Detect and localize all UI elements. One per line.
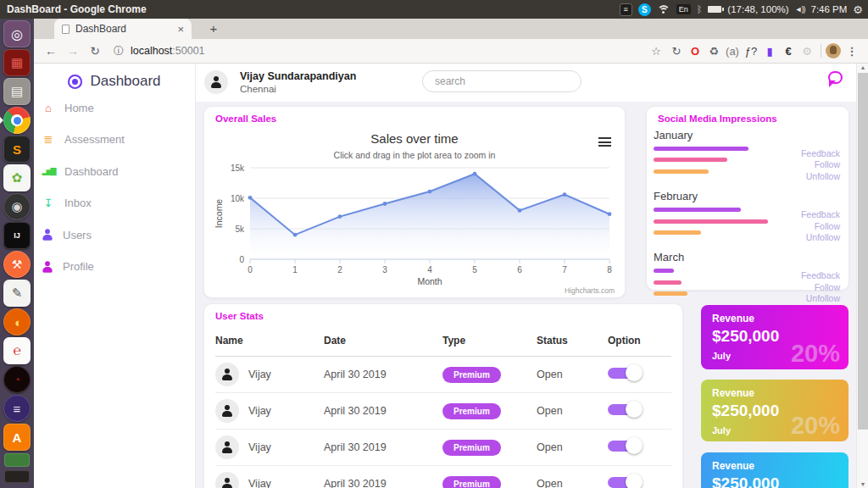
revenue-label: Revenue (712, 313, 837, 324)
dark-orb-icon[interactable]: ◔ (3, 366, 31, 393)
brand-logo-icon (68, 75, 82, 89)
sidebar-item-label: Assessment (64, 133, 125, 146)
firefox-icon[interactable]: ◖ (3, 308, 31, 336)
app-sidebar: Dashboard ⌂Home≣Assessment▂▅▇Dashboard↧I… (34, 64, 196, 488)
chart-menu-icon[interactable] (598, 137, 611, 149)
svg-text:0: 0 (239, 255, 244, 264)
browser-tab[interactable]: DashBoard × (54, 19, 192, 39)
running-indicator (0, 117, 7, 124)
ext-red-circle-icon[interactable]: O (686, 45, 704, 58)
postman-icon[interactable]: ⚒ (3, 251, 31, 278)
workspace-red-icon-glyph: ▦ (11, 55, 23, 70)
ext-sync-icon[interactable]: ↻ (667, 45, 686, 58)
new-tab-button[interactable]: + (203, 21, 224, 36)
sidebar-item-home[interactable]: ⌂Home (42, 99, 94, 116)
forward-button[interactable]: → (63, 44, 83, 58)
sidebar-item-assessment[interactable]: ≣Assessment (42, 131, 125, 148)
svg-text:6: 6 (517, 265, 522, 274)
eclipse-icon[interactable]: ≡ (3, 395, 31, 422)
sidebar-item-profile[interactable]: Profile (42, 258, 94, 275)
column-header-date: Date (324, 335, 442, 347)
address-bar[interactable]: ⓘ localhost:50001 (114, 44, 205, 58)
revenue-percent: 20% (791, 412, 840, 440)
legend-label: Unfollow (787, 293, 840, 304)
tab-strip: DashBoard × + (34, 19, 868, 39)
e-signature-icon-glyph: ℮ (13, 343, 21, 358)
revenue-label: Revenue (712, 387, 837, 399)
postgres-elephant-icon[interactable]: ◉ (3, 193, 31, 220)
skype-icon[interactable]: S (638, 3, 651, 16)
mini-green-icon[interactable] (4, 453, 30, 467)
intellij-icon[interactable]: IJ (3, 222, 31, 249)
sidebar-item-inbox[interactable]: ↧Inbox (42, 195, 92, 212)
ext-parens-icon[interactable]: (a) (723, 45, 742, 58)
bookmark-star-icon[interactable]: ☆ (647, 45, 665, 58)
svg-text:15k: 15k (231, 164, 245, 173)
cell-status: Open (537, 441, 608, 453)
toggle-knob (626, 401, 643, 418)
chat-bubble-icon[interactable] (828, 71, 843, 84)
chart-subtitle: Click and drag in the plot area to zoom … (204, 150, 625, 160)
dashboard-chart-icon: ▂▅▇ (42, 167, 55, 175)
follow-bar (654, 158, 727, 162)
volume-icon[interactable]: ◄)) (795, 5, 805, 14)
svg-text:Highcharts.com: Highcharts.com (565, 286, 615, 295)
e-signature-icon[interactable]: ℮ (3, 337, 31, 364)
chrome-icon[interactable] (3, 107, 31, 134)
ext-colorbar-icon[interactable]: ▮ (760, 45, 779, 58)
toggle-knob (626, 364, 643, 381)
battery-status: (17:48, 100%) (727, 4, 788, 14)
cell-status: Open (537, 369, 608, 380)
back-button[interactable]: ← (41, 44, 61, 58)
feedback-bar (654, 269, 674, 273)
sidebar-item-label: Home (64, 102, 94, 114)
person-icon (210, 76, 222, 88)
option-toggle[interactable] (608, 368, 640, 379)
file-cabinet-icon[interactable]: ▤ (3, 78, 31, 105)
scrollbar-up-icon[interactable]: ▲ (857, 64, 868, 70)
cell-name: Vijay (248, 478, 271, 488)
wifi-icon[interactable] (657, 5, 670, 14)
column-header-name: Name (215, 335, 324, 347)
reload-button[interactable]: ↻ (85, 44, 105, 58)
tab-close-icon[interactable]: × (177, 23, 184, 36)
battery-icon[interactable] (708, 6, 721, 13)
search-input[interactable] (422, 70, 581, 92)
mini-keyboard-icon[interactable] (4, 470, 30, 483)
ubuntu-dash-icon[interactable]: ◎ (3, 20, 31, 47)
user-name: Vijay Sundarapandiyan (240, 70, 356, 82)
legend-label: Follow (787, 221, 840, 232)
option-toggle[interactable] (608, 477, 640, 488)
messaging-menu-icon[interactable]: ≡ (620, 3, 632, 16)
row-avatar (215, 363, 239, 386)
sales-chart[interactable]: 05k10k15k012345678MonthIncomeHighcharts.… (211, 161, 620, 295)
ext-gear-icon[interactable]: ⚙ (798, 45, 816, 58)
revenue-amount: $250,000 (712, 474, 837, 488)
overall-sales-card: Overall Sales Sales over time Click and … (203, 106, 626, 298)
cell-status: Open (537, 405, 608, 417)
text-editor-icon[interactable]: ✎ (3, 280, 31, 307)
ext-euro-icon[interactable]: € (779, 45, 798, 58)
legend-label: Unfollow (787, 232, 840, 243)
site-info-icon[interactable]: ⓘ (114, 44, 124, 58)
url-port: :50001 (172, 45, 204, 57)
scrollbar-down-icon[interactable]: ▼ (857, 481, 868, 487)
sidebar-item-users[interactable]: Users (42, 226, 92, 243)
sidebar-item-dashboard[interactable]: ▂▅▇Dashboard (42, 163, 119, 180)
keyboard-layout-indicator[interactable]: En (676, 4, 691, 14)
scrollbar-thumb[interactable] (858, 73, 868, 430)
ext-recycle-icon[interactable]: ♻ (704, 45, 723, 58)
browser-profile-avatar[interactable] (826, 43, 841, 58)
cell-date: April 30 2019 (324, 441, 442, 453)
spring-icon[interactable]: ✿ (3, 164, 31, 191)
app-store-a-icon[interactable]: A (3, 424, 31, 451)
ext-function-icon[interactable]: ƒ? (742, 45, 760, 58)
bluetooth-icon[interactable]: ᛒ (697, 4, 703, 14)
table-row: VijayApril 30 2019PremiumOpen (215, 357, 671, 393)
sublime-text-icon[interactable]: S (3, 136, 31, 163)
chrome-menu-icon[interactable]: ⋮ (843, 45, 861, 58)
session-gear-icon[interactable]: ⚙ (853, 3, 863, 16)
workspace-red-icon[interactable]: ▦ (3, 49, 31, 76)
option-toggle[interactable] (608, 404, 640, 415)
option-toggle[interactable] (608, 441, 640, 452)
